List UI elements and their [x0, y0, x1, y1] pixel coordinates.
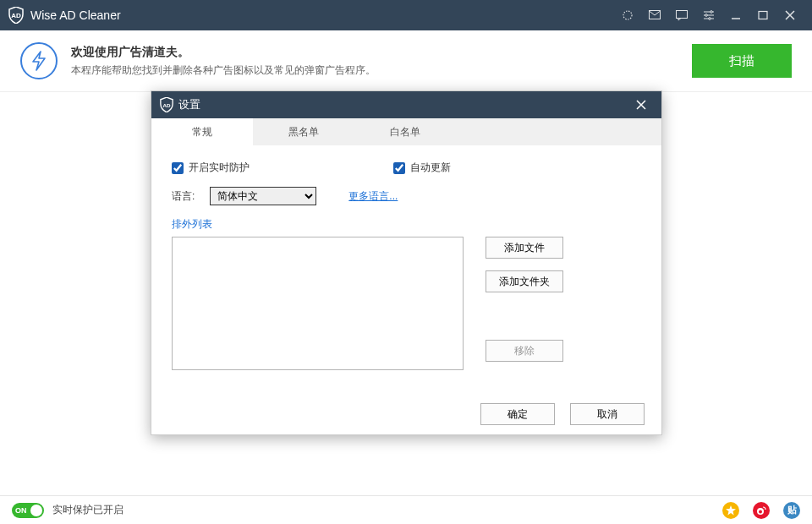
dialog-title: 设置 — [178, 97, 200, 112]
svg-rect-3 — [677, 10, 688, 18]
app-shield-icon: AD — [8, 7, 24, 24]
dialog-close-icon[interactable] — [629, 91, 653, 118]
dialog-body: 开启实时防护 自动更新 语言: 简体中文 更多语言... 排外列表 添加文件 添… — [151, 145, 661, 394]
add-file-button[interactable]: 添加文件 — [486, 237, 563, 259]
dialog-titlebar: AD 设置 — [151, 91, 661, 118]
status-label: 实时保护已开启 — [52, 503, 123, 517]
autoupdate-label: 自动更新 — [410, 161, 451, 175]
tieba-icon[interactable]: 贴 — [783, 502, 800, 519]
settings-dialog: AD 设置 常规 黑名单 白名单 开启实时防护 自动更新 语言: 简体中文 更 — [151, 90, 662, 435]
svg-text:AD: AD — [11, 12, 21, 19]
feedback-icon[interactable] — [668, 0, 695, 30]
realtime-toggle[interactable]: ON — [12, 503, 44, 518]
remove-button[interactable]: 移除 — [486, 340, 563, 362]
settings-icon[interactable] — [695, 0, 722, 30]
star-icon[interactable] — [722, 502, 739, 519]
realtime-checkbox-input[interactable] — [172, 162, 184, 174]
more-language-link[interactable]: 更多语言... — [348, 189, 398, 204]
realtime-checkbox[interactable]: 开启实时防护 — [172, 161, 250, 175]
status-bar: ON 实时保护已开启 贴 — [0, 495, 812, 524]
autoupdate-checkbox[interactable]: 自动更新 — [393, 161, 451, 175]
welcome-title: 欢迎使用广告清道夫。 — [71, 45, 376, 60]
svg-text:AD: AD — [163, 102, 171, 108]
main-titlebar: AD Wise AD Cleaner — [0, 0, 812, 30]
toggle-on-label: ON — [15, 506, 27, 515]
welcome-desc: 本程序能帮助您找到并删除各种广告图标以及常见的弹窗广告程序。 — [71, 63, 376, 78]
autoupdate-checkbox-input[interactable] — [393, 162, 405, 174]
minimize-icon[interactable] — [722, 0, 749, 30]
realtime-label: 开启实时防护 — [189, 161, 250, 175]
add-folder-button[interactable]: 添加文件夹 — [486, 270, 563, 292]
close-icon[interactable] — [776, 0, 804, 30]
tab-general[interactable]: 常规 — [151, 118, 253, 145]
svg-rect-7 — [759, 12, 767, 19]
theme-icon[interactable] — [614, 0, 641, 30]
cancel-button[interactable]: 取消 — [570, 403, 645, 425]
language-label: 语言: — [172, 189, 195, 204]
tab-whitelist[interactable]: 白名单 — [354, 118, 456, 145]
exclusion-label: 排外列表 — [172, 217, 641, 232]
header-area: 欢迎使用广告清道夫。 本程序能帮助您找到并删除各种广告图标以及常见的弹窗广告程序… — [0, 30, 812, 92]
dialog-tabs: 常规 黑名单 白名单 — [151, 118, 661, 145]
app-title: Wise AD Cleaner — [30, 8, 121, 22]
scan-button[interactable]: 扫描 — [692, 44, 792, 78]
weibo-icon[interactable] — [753, 502, 770, 519]
header-text: 欢迎使用广告清道夫。 本程序能帮助您找到并删除各种广告图标以及常见的弹窗广告程序… — [71, 45, 376, 78]
ok-button[interactable]: 确定 — [480, 403, 555, 425]
exclusion-listbox[interactable] — [172, 237, 464, 370]
language-select[interactable]: 简体中文 — [210, 187, 316, 205]
mail-icon[interactable] — [641, 0, 668, 30]
tab-blacklist[interactable]: 黑名单 — [253, 118, 354, 145]
dialog-footer: 确定 取消 — [151, 394, 661, 434]
svg-point-5 — [705, 14, 708, 17]
svg-point-10 — [759, 510, 762, 513]
maximize-icon[interactable] — [749, 0, 776, 30]
svg-point-6 — [709, 18, 711, 20]
svg-point-1 — [623, 11, 632, 19]
dialog-shield-icon: AD — [160, 97, 173, 112]
svg-point-4 — [710, 11, 713, 14]
bolt-icon — [20, 42, 58, 79]
